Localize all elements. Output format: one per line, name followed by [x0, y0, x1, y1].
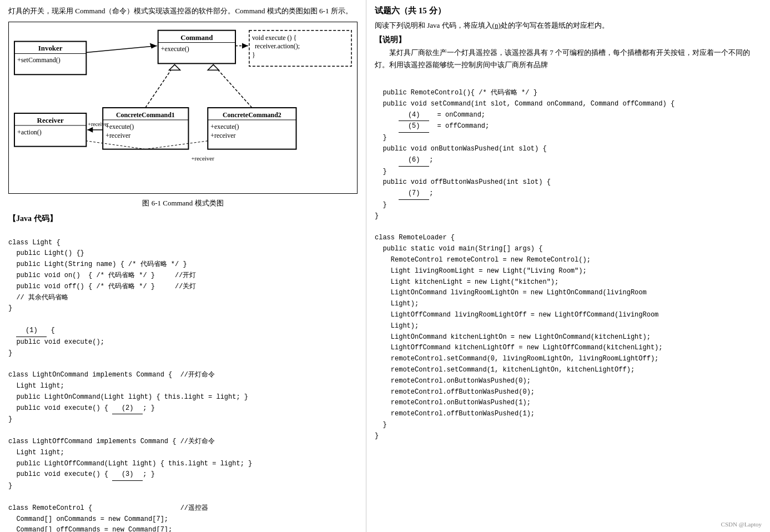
svg-marker-31	[169, 64, 180, 70]
blank-7: (7)	[399, 188, 429, 200]
svg-text:+receiver: +receiver	[105, 132, 130, 139]
svg-rect-0	[14, 41, 86, 74]
svg-text:+receiver: +receiver	[88, 121, 109, 127]
right-code-block: public RemoteControl(){ /* 代码省略 */ } pub…	[375, 77, 762, 453]
svg-marker-15	[242, 43, 248, 48]
svg-text:+execute(): +execute()	[161, 45, 189, 53]
svg-text:}: }	[252, 51, 255, 59]
uml-diagram: Invoker +setCommand() Command +execute()…	[8, 22, 358, 194]
svg-rect-20	[103, 108, 188, 149]
svg-text:+setCommand(): +setCommand()	[17, 56, 61, 64]
svg-line-32	[213, 64, 252, 108]
svg-text:+receiver: +receiver	[210, 132, 235, 139]
svg-text:receiver.action();: receiver.action();	[255, 42, 300, 50]
blank-5: (5)	[399, 121, 429, 133]
blank-3: (3)	[112, 469, 143, 481]
exam-intro: 阅读下列说明和 Java 代码，将应填入(n)处的字句写在答题纸的对应栏内。	[375, 19, 762, 32]
svg-text:Receiver: Receiver	[37, 116, 64, 124]
svg-text:+action(): +action()	[17, 128, 42, 136]
java-code-title: 【Java 代码】	[8, 214, 358, 224]
java-code-block: class Light { public Light() {} public L…	[8, 227, 358, 532]
svg-text:ConcreteCommand2: ConcreteCommand2	[223, 111, 281, 119]
svg-marker-13	[150, 43, 157, 48]
diagram-caption: 图 6-1 Command 模式类图	[8, 198, 358, 208]
svg-text:+execute(): +execute()	[210, 123, 239, 131]
svg-marker-35	[87, 127, 93, 133]
exam-title: 试题六（共 15 分）	[375, 6, 762, 16]
intro-text: 灯具的开关，现采用 Command（命令）模式实现该遥控器的软件部分。Comma…	[8, 6, 358, 17]
svg-text:+execute(): +execute()	[105, 123, 134, 131]
left-panel: 灯具的开关，现采用 Command（命令）模式实现该遥控器的软件部分。Comma…	[0, 0, 366, 532]
watermark: CSDN @Laptoy	[721, 521, 762, 528]
svg-text:+receiver: +receiver	[191, 154, 214, 161]
blank-4: (4)	[399, 110, 429, 122]
svg-line-37	[145, 141, 208, 149]
svg-text:Invoker: Invoker	[38, 44, 63, 52]
svg-rect-16	[14, 113, 86, 147]
svg-line-12	[86, 46, 157, 52]
svg-text:Command: Command	[180, 33, 213, 41]
svg-text:ConcreteCommand1: ConcreteCommand1	[116, 111, 175, 119]
svg-line-38	[86, 141, 145, 149]
blank-6: (6)	[399, 155, 429, 167]
svg-marker-33	[208, 64, 219, 70]
right-panel: 试题六（共 15 分） 阅读下列说明和 Java 代码，将应填入(n)处的字句写…	[366, 0, 770, 532]
shuoming-title: 【说明】	[375, 35, 762, 45]
shuoming-text: 某灯具厂商欲生产一个灯具遥控器，该遥控器具有 7 个可编程的插槽，每个插槽都有开…	[375, 47, 762, 71]
svg-rect-4	[158, 30, 235, 63]
svg-rect-25	[208, 108, 296, 149]
svg-rect-8	[249, 30, 351, 66]
svg-line-30	[145, 64, 175, 108]
blank-2: (2)	[112, 403, 143, 415]
blank-1: (1)	[16, 325, 47, 337]
svg-text:void execute () {: void execute () {	[252, 33, 296, 41]
